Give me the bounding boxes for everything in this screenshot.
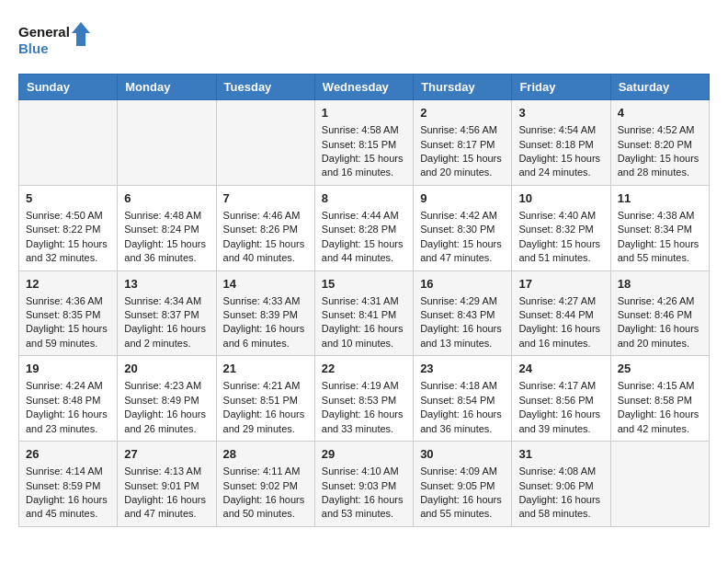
cell-info: Sunrise: 4:56 AM <box>420 123 505 137</box>
cell-info: Sunrise: 4:15 AM <box>618 379 702 393</box>
cell-info: and 40 minutes. <box>223 251 308 265</box>
cell-info: and 20 minutes. <box>618 337 702 350</box>
cell-info: and 55 minutes. <box>420 507 505 521</box>
day-number: 17 <box>518 276 603 293</box>
cell-info: Sunrise: 4:11 AM <box>223 465 308 478</box>
logo-svg: General Blue <box>18 18 92 59</box>
svg-marker-2 <box>72 22 90 46</box>
cell-info: Sunrise: 4:13 AM <box>124 465 209 478</box>
day-number: 20 <box>124 361 209 377</box>
cell-info: Sunrise: 4:08 AM <box>518 465 603 478</box>
calendar-cell: 19Sunrise: 4:24 AMSunset: 8:48 PMDayligh… <box>19 356 118 442</box>
cell-info: and 44 minutes. <box>322 251 406 265</box>
day-number: 31 <box>518 446 603 463</box>
calendar-cell <box>216 100 314 186</box>
cell-info: Daylight: 15 hours <box>322 237 406 251</box>
day-number: 14 <box>223 276 308 293</box>
cell-info: and 39 minutes. <box>518 422 603 436</box>
day-number: 13 <box>124 276 209 293</box>
cell-info: Sunset: 8:58 PM <box>618 394 702 408</box>
calendar-week-4: 19Sunrise: 4:24 AMSunset: 8:48 PMDayligh… <box>19 356 710 442</box>
col-header-saturday: Saturday <box>610 75 709 100</box>
svg-text:Blue: Blue <box>18 40 49 56</box>
cell-info: Sunrise: 4:58 AM <box>322 123 406 137</box>
day-number: 11 <box>618 190 702 207</box>
day-number: 3 <box>518 105 603 121</box>
cell-info: Daylight: 16 hours <box>618 408 702 421</box>
day-number: 19 <box>26 361 110 377</box>
cell-info: Daylight: 15 hours <box>420 152 505 166</box>
cell-info: Daylight: 15 hours <box>322 152 406 166</box>
cell-info: Sunset: 8:35 PM <box>26 308 110 322</box>
cell-info: Sunset: 8:24 PM <box>124 223 209 236</box>
page-header: General Blue <box>18 18 710 59</box>
cell-info: Sunrise: 4:38 AM <box>618 209 702 223</box>
day-number: 18 <box>618 276 702 293</box>
cell-info: Sunset: 9:02 PM <box>223 479 308 493</box>
day-number: 10 <box>518 190 603 207</box>
calendar-cell: 31Sunrise: 4:08 AMSunset: 9:06 PMDayligh… <box>512 442 610 527</box>
cell-info: Sunset: 8:28 PM <box>322 223 406 236</box>
cell-info: Daylight: 16 hours <box>26 408 110 421</box>
cell-info: and 6 minutes. <box>223 337 308 350</box>
col-header-wednesday: Wednesday <box>314 75 413 100</box>
cell-info: and 50 minutes. <box>223 507 308 521</box>
calendar-table: SundayMondayTuesdayWednesdayThursdayFrid… <box>18 74 710 527</box>
calendar-cell: 18Sunrise: 4:26 AMSunset: 8:46 PMDayligh… <box>610 270 709 356</box>
cell-info: Daylight: 16 hours <box>124 493 209 507</box>
calendar-cell: 9Sunrise: 4:42 AMSunset: 8:30 PMDaylight… <box>414 185 512 270</box>
cell-info: Sunrise: 4:26 AM <box>618 294 702 308</box>
cell-info: Sunset: 8:32 PM <box>518 223 603 236</box>
cell-info: and 45 minutes. <box>26 507 110 521</box>
day-number: 9 <box>420 190 505 207</box>
calendar-cell: 10Sunrise: 4:40 AMSunset: 8:32 PMDayligh… <box>512 185 610 270</box>
cell-info: Sunset: 8:22 PM <box>26 223 110 236</box>
cell-info: Sunset: 8:17 PM <box>420 138 505 152</box>
cell-info: and 58 minutes. <box>518 507 603 521</box>
calendar-week-2: 5Sunrise: 4:50 AMSunset: 8:22 PMDaylight… <box>19 185 710 270</box>
calendar-cell: 12Sunrise: 4:36 AMSunset: 8:35 PMDayligh… <box>19 270 118 356</box>
calendar-cell <box>19 100 118 186</box>
cell-info: Daylight: 16 hours <box>26 493 110 507</box>
calendar-cell: 24Sunrise: 4:17 AMSunset: 8:56 PMDayligh… <box>512 356 610 442</box>
cell-info: Sunset: 8:46 PM <box>618 308 702 322</box>
cell-info: and 16 minutes. <box>322 166 406 179</box>
calendar-cell: 22Sunrise: 4:19 AMSunset: 8:53 PMDayligh… <box>314 356 413 442</box>
cell-info: Sunrise: 4:10 AM <box>322 465 406 478</box>
calendar-cell: 25Sunrise: 4:15 AMSunset: 8:58 PMDayligh… <box>610 356 709 442</box>
calendar-week-1: 1Sunrise: 4:58 AMSunset: 8:15 PMDaylight… <box>19 100 710 186</box>
cell-info: Sunrise: 4:18 AM <box>420 379 505 393</box>
day-number: 2 <box>420 105 505 121</box>
cell-info: Sunset: 8:49 PM <box>124 394 209 408</box>
cell-info: and 23 minutes. <box>26 422 110 436</box>
col-header-friday: Friday <box>512 75 610 100</box>
cell-info: Sunrise: 4:44 AM <box>322 209 406 223</box>
cell-info: and 47 minutes. <box>124 507 209 521</box>
calendar-cell: 3Sunrise: 4:54 AMSunset: 8:18 PMDaylight… <box>512 100 610 186</box>
cell-info: Sunset: 8:20 PM <box>618 138 702 152</box>
cell-info: Sunrise: 4:23 AM <box>124 379 209 393</box>
cell-info: Sunset: 8:44 PM <box>518 308 603 322</box>
cell-info: Daylight: 16 hours <box>223 493 308 507</box>
cell-info: Sunset: 9:03 PM <box>322 479 406 493</box>
cell-info: Daylight: 15 hours <box>223 237 308 251</box>
cell-info: Sunset: 8:48 PM <box>26 394 110 408</box>
cell-info: Sunset: 8:53 PM <box>322 394 406 408</box>
cell-info: Daylight: 15 hours <box>26 322 110 336</box>
cell-info: and 59 minutes. <box>26 337 110 350</box>
cell-info: and 29 minutes. <box>223 422 308 436</box>
cell-info: Sunset: 9:05 PM <box>420 479 505 493</box>
cell-info: and 24 minutes. <box>518 166 603 179</box>
day-number: 8 <box>322 190 406 207</box>
cell-info: Sunset: 8:15 PM <box>322 138 406 152</box>
cell-info: Daylight: 15 hours <box>618 152 702 166</box>
calendar-cell: 28Sunrise: 4:11 AMSunset: 9:02 PMDayligh… <box>216 442 314 527</box>
calendar-cell: 5Sunrise: 4:50 AMSunset: 8:22 PMDaylight… <box>19 185 118 270</box>
day-number: 12 <box>26 276 110 293</box>
calendar-cell: 4Sunrise: 4:52 AMSunset: 8:20 PMDaylight… <box>610 100 709 186</box>
calendar-cell: 8Sunrise: 4:44 AMSunset: 8:28 PMDaylight… <box>314 185 413 270</box>
cell-info: Sunset: 8:30 PM <box>420 223 505 236</box>
cell-info: and 16 minutes. <box>518 337 603 350</box>
cell-info: Sunrise: 4:40 AM <box>518 209 603 223</box>
cell-info: and 51 minutes. <box>518 251 603 265</box>
